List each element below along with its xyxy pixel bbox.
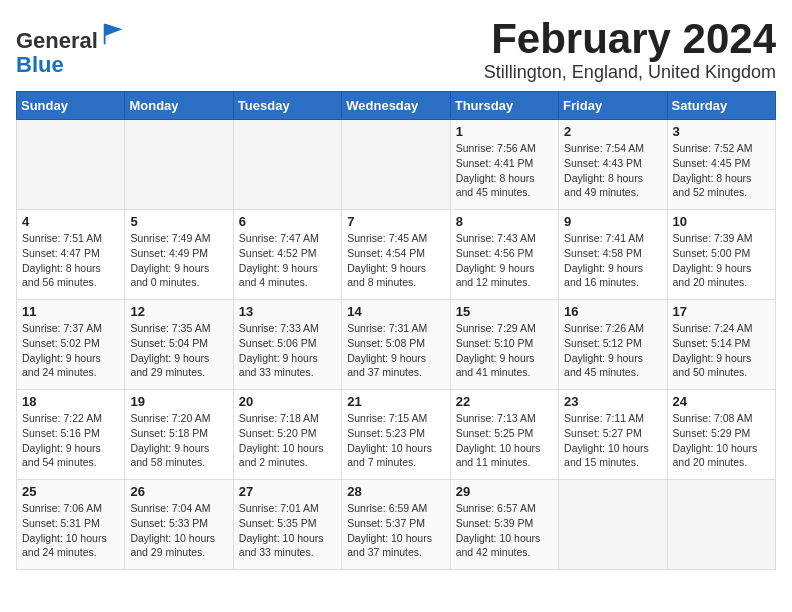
day-info: Sunrise: 7:06 AM Sunset: 5:31 PM Dayligh… xyxy=(22,501,119,560)
day-info: Sunrise: 7:43 AM Sunset: 4:56 PM Dayligh… xyxy=(456,231,553,290)
calendar-day-cell: 5Sunrise: 7:49 AM Sunset: 4:49 PM Daylig… xyxy=(125,210,233,300)
day-info: Sunrise: 7:51 AM Sunset: 4:47 PM Dayligh… xyxy=(22,231,119,290)
day-number: 4 xyxy=(22,214,119,229)
logo-general-text: General xyxy=(16,28,98,53)
calendar-day-cell: 14Sunrise: 7:31 AM Sunset: 5:08 PM Dayli… xyxy=(342,300,450,390)
day-number: 29 xyxy=(456,484,553,499)
day-info: Sunrise: 7:22 AM Sunset: 5:16 PM Dayligh… xyxy=(22,411,119,470)
day-info: Sunrise: 7:11 AM Sunset: 5:27 PM Dayligh… xyxy=(564,411,661,470)
day-number: 14 xyxy=(347,304,444,319)
day-info: Sunrise: 7:31 AM Sunset: 5:08 PM Dayligh… xyxy=(347,321,444,380)
calendar-day-cell: 3Sunrise: 7:52 AM Sunset: 4:45 PM Daylig… xyxy=(667,120,775,210)
day-number: 10 xyxy=(673,214,770,229)
calendar-day-cell: 20Sunrise: 7:18 AM Sunset: 5:20 PM Dayli… xyxy=(233,390,341,480)
day-info: Sunrise: 7:49 AM Sunset: 4:49 PM Dayligh… xyxy=(130,231,227,290)
day-number: 18 xyxy=(22,394,119,409)
calendar-day-cell xyxy=(17,120,125,210)
day-number: 8 xyxy=(456,214,553,229)
logo: General Blue xyxy=(16,20,128,77)
title-section: February 2024 Stillington, England, Unit… xyxy=(484,16,776,83)
logo-flag-icon xyxy=(100,20,128,48)
calendar-day-cell: 9Sunrise: 7:41 AM Sunset: 4:58 PM Daylig… xyxy=(559,210,667,300)
calendar-day-cell: 24Sunrise: 7:08 AM Sunset: 5:29 PM Dayli… xyxy=(667,390,775,480)
weekday-header: Tuesday xyxy=(233,92,341,120)
day-info: Sunrise: 7:18 AM Sunset: 5:20 PM Dayligh… xyxy=(239,411,336,470)
day-info: Sunrise: 7:35 AM Sunset: 5:04 PM Dayligh… xyxy=(130,321,227,380)
day-info: Sunrise: 7:24 AM Sunset: 5:14 PM Dayligh… xyxy=(673,321,770,380)
calendar-day-cell xyxy=(125,120,233,210)
calendar-day-cell: 7Sunrise: 7:45 AM Sunset: 4:54 PM Daylig… xyxy=(342,210,450,300)
day-info: Sunrise: 7:52 AM Sunset: 4:45 PM Dayligh… xyxy=(673,141,770,200)
calendar-table: SundayMondayTuesdayWednesdayThursdayFrid… xyxy=(16,91,776,570)
day-number: 27 xyxy=(239,484,336,499)
day-number: 5 xyxy=(130,214,227,229)
day-number: 24 xyxy=(673,394,770,409)
weekday-header: Wednesday xyxy=(342,92,450,120)
calendar-day-cell: 27Sunrise: 7:01 AM Sunset: 5:35 PM Dayli… xyxy=(233,480,341,570)
day-number: 1 xyxy=(456,124,553,139)
calendar-day-cell: 2Sunrise: 7:54 AM Sunset: 4:43 PM Daylig… xyxy=(559,120,667,210)
day-info: Sunrise: 7:01 AM Sunset: 5:35 PM Dayligh… xyxy=(239,501,336,560)
weekday-header: Monday xyxy=(125,92,233,120)
day-info: Sunrise: 7:56 AM Sunset: 4:41 PM Dayligh… xyxy=(456,141,553,200)
weekday-header: Sunday xyxy=(17,92,125,120)
day-info: Sunrise: 7:15 AM Sunset: 5:23 PM Dayligh… xyxy=(347,411,444,470)
day-number: 19 xyxy=(130,394,227,409)
day-number: 22 xyxy=(456,394,553,409)
day-number: 7 xyxy=(347,214,444,229)
weekday-header: Friday xyxy=(559,92,667,120)
day-number: 15 xyxy=(456,304,553,319)
page-header: General Blue February 2024 Stillington, … xyxy=(16,16,776,83)
weekday-header: Saturday xyxy=(667,92,775,120)
day-info: Sunrise: 7:39 AM Sunset: 5:00 PM Dayligh… xyxy=(673,231,770,290)
calendar-day-cell: 17Sunrise: 7:24 AM Sunset: 5:14 PM Dayli… xyxy=(667,300,775,390)
day-number: 17 xyxy=(673,304,770,319)
calendar-day-cell: 19Sunrise: 7:20 AM Sunset: 5:18 PM Dayli… xyxy=(125,390,233,480)
day-number: 9 xyxy=(564,214,661,229)
day-number: 3 xyxy=(673,124,770,139)
calendar-week-row: 11Sunrise: 7:37 AM Sunset: 5:02 PM Dayli… xyxy=(17,300,776,390)
day-number: 16 xyxy=(564,304,661,319)
calendar-day-cell: 21Sunrise: 7:15 AM Sunset: 5:23 PM Dayli… xyxy=(342,390,450,480)
calendar-day-cell: 29Sunrise: 6:57 AM Sunset: 5:39 PM Dayli… xyxy=(450,480,558,570)
day-number: 28 xyxy=(347,484,444,499)
day-number: 26 xyxy=(130,484,227,499)
calendar-day-cell: 13Sunrise: 7:33 AM Sunset: 5:06 PM Dayli… xyxy=(233,300,341,390)
day-number: 21 xyxy=(347,394,444,409)
calendar-day-cell xyxy=(233,120,341,210)
calendar-day-cell: 8Sunrise: 7:43 AM Sunset: 4:56 PM Daylig… xyxy=(450,210,558,300)
day-info: Sunrise: 7:37 AM Sunset: 5:02 PM Dayligh… xyxy=(22,321,119,380)
day-number: 12 xyxy=(130,304,227,319)
calendar-day-cell: 4Sunrise: 7:51 AM Sunset: 4:47 PM Daylig… xyxy=(17,210,125,300)
calendar-day-cell xyxy=(559,480,667,570)
calendar-day-cell: 6Sunrise: 7:47 AM Sunset: 4:52 PM Daylig… xyxy=(233,210,341,300)
calendar-day-cell: 18Sunrise: 7:22 AM Sunset: 5:16 PM Dayli… xyxy=(17,390,125,480)
day-info: Sunrise: 7:04 AM Sunset: 5:33 PM Dayligh… xyxy=(130,501,227,560)
day-info: Sunrise: 7:08 AM Sunset: 5:29 PM Dayligh… xyxy=(673,411,770,470)
day-info: Sunrise: 7:33 AM Sunset: 5:06 PM Dayligh… xyxy=(239,321,336,380)
day-info: Sunrise: 7:26 AM Sunset: 5:12 PM Dayligh… xyxy=(564,321,661,380)
day-number: 13 xyxy=(239,304,336,319)
day-info: Sunrise: 7:45 AM Sunset: 4:54 PM Dayligh… xyxy=(347,231,444,290)
day-info: Sunrise: 7:20 AM Sunset: 5:18 PM Dayligh… xyxy=(130,411,227,470)
day-number: 11 xyxy=(22,304,119,319)
calendar-week-row: 1Sunrise: 7:56 AM Sunset: 4:41 PM Daylig… xyxy=(17,120,776,210)
calendar-day-cell xyxy=(667,480,775,570)
day-info: Sunrise: 7:29 AM Sunset: 5:10 PM Dayligh… xyxy=(456,321,553,380)
svg-marker-0 xyxy=(104,24,123,45)
day-info: Sunrise: 7:54 AM Sunset: 4:43 PM Dayligh… xyxy=(564,141,661,200)
logo-blue-text: Blue xyxy=(16,52,64,77)
day-number: 20 xyxy=(239,394,336,409)
day-info: Sunrise: 7:13 AM Sunset: 5:25 PM Dayligh… xyxy=(456,411,553,470)
day-info: Sunrise: 7:41 AM Sunset: 4:58 PM Dayligh… xyxy=(564,231,661,290)
calendar-day-cell: 15Sunrise: 7:29 AM Sunset: 5:10 PM Dayli… xyxy=(450,300,558,390)
day-info: Sunrise: 7:47 AM Sunset: 4:52 PM Dayligh… xyxy=(239,231,336,290)
calendar-day-cell: 22Sunrise: 7:13 AM Sunset: 5:25 PM Dayli… xyxy=(450,390,558,480)
calendar-day-cell: 23Sunrise: 7:11 AM Sunset: 5:27 PM Dayli… xyxy=(559,390,667,480)
calendar-day-cell: 25Sunrise: 7:06 AM Sunset: 5:31 PM Dayli… xyxy=(17,480,125,570)
day-info: Sunrise: 6:57 AM Sunset: 5:39 PM Dayligh… xyxy=(456,501,553,560)
day-number: 2 xyxy=(564,124,661,139)
calendar-day-cell: 26Sunrise: 7:04 AM Sunset: 5:33 PM Dayli… xyxy=(125,480,233,570)
calendar-day-cell: 10Sunrise: 7:39 AM Sunset: 5:00 PM Dayli… xyxy=(667,210,775,300)
day-number: 23 xyxy=(564,394,661,409)
